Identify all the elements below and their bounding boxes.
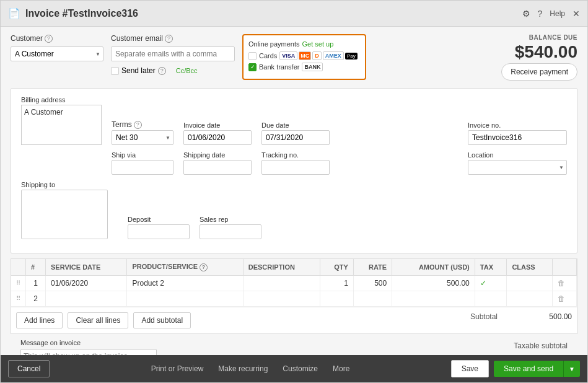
- customize-button[interactable]: Customize: [280, 361, 320, 377]
- form-bottom-area: Message on invoice Let QuickBooks... Tax…: [11, 339, 577, 356]
- settings-icon[interactable]: ⚙: [522, 9, 530, 19]
- row-tax[interactable]: ✓: [475, 275, 507, 291]
- close-icon[interactable]: ✕: [573, 9, 580, 19]
- print-preview-button[interactable]: Print or Preview: [149, 361, 206, 377]
- line-items-table: # SERVICE DATE PRODUCT/SERVICE ? DESCRIP…: [11, 259, 577, 307]
- col-qty: QTY: [320, 259, 354, 275]
- ship-via-input[interactable]: [112, 160, 173, 175]
- row-service-date[interactable]: [46, 291, 127, 306]
- form-bottom-left: Message on invoice Let QuickBooks...: [11, 339, 392, 356]
- help-label[interactable]: Help: [550, 9, 565, 18]
- table-row: ⠿ 2 🗑: [11, 291, 577, 306]
- bank-transfer-checkbox[interactable]: ✓: [248, 63, 257, 71]
- due-date-input[interactable]: [261, 130, 330, 145]
- table-header-row: # SERVICE DATE PRODUCT/SERVICE ? DESCRIP…: [11, 259, 577, 275]
- row-delete-icon[interactable]: 🗑: [552, 291, 576, 306]
- more-button[interactable]: More: [330, 361, 352, 377]
- row-delete-icon[interactable]: 🗑: [552, 275, 576, 291]
- row-class[interactable]: [507, 275, 552, 291]
- deposit-field: Deposit: [128, 216, 190, 239]
- send-later-row: Send later ? Cc/Bcc: [111, 66, 235, 75]
- save-button[interactable]: Save: [451, 360, 489, 377]
- sales-rep-input[interactable]: [200, 224, 261, 239]
- row-drag-handle[interactable]: ⠿: [11, 291, 26, 306]
- invoice-no-input[interactable]: [468, 130, 567, 145]
- save-and-send-button[interactable]: Save and send: [494, 361, 564, 377]
- row-number: 1: [26, 275, 46, 291]
- row-rate[interactable]: 500: [353, 275, 392, 291]
- row-drag-handle[interactable]: ⠿: [11, 275, 26, 291]
- email-info-icon[interactable]: ?: [165, 35, 173, 43]
- cards-label: Cards: [259, 52, 277, 59]
- terms-select[interactable]: Net 30: [112, 130, 173, 145]
- location-label: Location: [468, 151, 567, 159]
- row-qty[interactable]: [320, 291, 354, 306]
- row-description[interactable]: [243, 291, 320, 306]
- shipping-to-field: Shipping to: [21, 181, 108, 239]
- invoice-date-input[interactable]: [183, 130, 252, 145]
- terms-field: Terms ? Net 30: [112, 120, 173, 145]
- bank-transfer-label: Bank transfer: [259, 63, 299, 71]
- amex-icon: AMEX: [323, 51, 344, 60]
- deposit-input[interactable]: [128, 224, 190, 239]
- tracking-input[interactable]: [261, 160, 330, 175]
- help-icon[interactable]: ?: [538, 9, 543, 19]
- row-number: 2: [26, 291, 46, 306]
- bottom-left: Cancel: [8, 360, 50, 377]
- sales-rep-field: Sales rep: [200, 216, 261, 239]
- add-lines-button[interactable]: Add lines: [16, 312, 63, 328]
- cancel-button[interactable]: Cancel: [8, 360, 50, 377]
- row-rate[interactable]: [353, 291, 392, 306]
- terms-info-icon[interactable]: ?: [134, 121, 142, 129]
- shipping-date-input[interactable]: [183, 160, 252, 175]
- location-select[interactable]: [468, 160, 567, 175]
- shipping-to-textarea[interactable]: [21, 190, 108, 239]
- col-tax: TAX: [475, 259, 507, 275]
- row-description[interactable]: [243, 275, 320, 291]
- row-amount[interactable]: 500.00: [392, 275, 475, 291]
- col-amount: AMOUNT (USD): [392, 259, 475, 275]
- customer-select-wrapper: A Customer: [11, 46, 103, 61]
- row-product[interactable]: Product 2: [127, 275, 243, 291]
- save-and-send-dropdown-icon[interactable]: ▼: [564, 361, 580, 377]
- titlebar-right: ⚙ ? Help ✕: [522, 9, 580, 19]
- invoice-date-field: Invoice date: [183, 121, 252, 145]
- row-tax[interactable]: [475, 291, 507, 306]
- customer-select[interactable]: A Customer: [11, 46, 103, 61]
- sales-rep-label: Sales rep: [200, 216, 261, 223]
- row-service-date[interactable]: 01/06/2020: [46, 275, 127, 291]
- customer-group: Customer ? A Customer: [11, 34, 103, 61]
- top-section: Customer ? A Customer Customer email ?: [11, 34, 577, 81]
- receive-payment-button[interactable]: Receive payment: [501, 63, 577, 81]
- row-amount[interactable]: [392, 291, 475, 306]
- visa-icon: VISA: [279, 51, 297, 60]
- product-info-icon[interactable]: ?: [200, 263, 208, 271]
- make-recurring-button[interactable]: Make recurring: [216, 361, 270, 377]
- location-select-wrapper: [468, 160, 567, 175]
- cc-bcc-link[interactable]: Cc/Bcc: [176, 67, 198, 74]
- get-set-up-link[interactable]: Get set up: [302, 40, 334, 48]
- bank-icon: BANK: [302, 63, 323, 71]
- col-num: #: [26, 259, 46, 275]
- row-product[interactable]: [127, 291, 243, 306]
- row-class[interactable]: [507, 291, 552, 306]
- form-row-1: Billing address A Customer Terms ? Net 3…: [21, 96, 567, 145]
- customer-email-label: Customer email ?: [111, 34, 235, 43]
- cards-checkbox[interactable]: [248, 52, 257, 60]
- clear-all-lines-button[interactable]: Clear all lines: [68, 312, 128, 328]
- customer-email-input[interactable]: [111, 46, 235, 61]
- add-subtotal-button[interactable]: Add subtotal: [133, 312, 191, 328]
- location-field: Location: [468, 151, 567, 175]
- ship-via-label: Ship via: [112, 151, 173, 159]
- row-qty[interactable]: 1: [320, 275, 354, 291]
- invoice-date-label: Invoice date: [183, 121, 252, 129]
- send-later-info-icon[interactable]: ?: [158, 67, 166, 75]
- due-date-label: Due date: [261, 121, 330, 129]
- titlebar: 📄 Invoice #TestInvoice316 ⚙ ? Help ✕: [1, 1, 587, 27]
- customer-info-icon[interactable]: ?: [45, 35, 53, 43]
- message-textarea[interactable]: [20, 349, 157, 356]
- shipping-to-label: Shipping to: [21, 181, 108, 188]
- send-later-checkbox[interactable]: [111, 67, 119, 75]
- window-title: Invoice #TestInvoice316: [25, 8, 138, 19]
- customer-email-group: Customer email ? Send later ? Cc/Bcc: [111, 34, 235, 75]
